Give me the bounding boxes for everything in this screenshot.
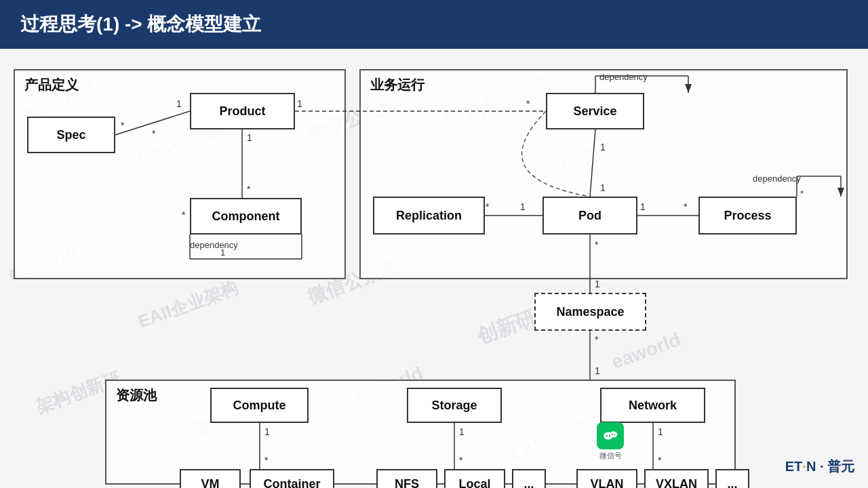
pod-box: Pod bbox=[542, 197, 637, 235]
service-box: Service bbox=[546, 93, 644, 129]
storage-box: Storage bbox=[407, 388, 502, 423]
logo-text: ET·N · 普元 bbox=[785, 459, 854, 474]
svg-point-50 bbox=[606, 435, 608, 436]
svg-point-52 bbox=[611, 434, 612, 435]
compute-box: Compute bbox=[210, 388, 309, 423]
container-box: Container bbox=[250, 469, 334, 488]
local-box: Local bbox=[444, 469, 505, 488]
vlan-box: VLAN bbox=[576, 469, 637, 488]
wechat-label: 微信号 bbox=[599, 451, 622, 461]
svg-point-51 bbox=[609, 435, 610, 436]
product-box: Product bbox=[190, 93, 295, 129]
vxlan-box: VXLAN bbox=[644, 469, 709, 488]
process-box: Process bbox=[698, 197, 797, 235]
wechat-area: 微信号 bbox=[597, 422, 624, 461]
replication-box: Replication bbox=[373, 197, 485, 235]
diagram: 产品定义 业务运行 资源池 Spec Product Component dep… bbox=[7, 56, 861, 481]
dependency-label-right: dependency bbox=[753, 174, 801, 184]
section-product-label: 产品定义 bbox=[24, 76, 79, 94]
svg-text:1: 1 bbox=[595, 365, 600, 376]
svg-point-49 bbox=[610, 432, 618, 438]
svg-text:*: * bbox=[595, 334, 599, 345]
dependency-label-1: dependency bbox=[190, 240, 238, 250]
network-box: Network bbox=[600, 388, 705, 423]
component-box: Component bbox=[190, 198, 302, 235]
logo: ET·N · 普元 bbox=[785, 458, 854, 476]
header: 过程思考(1) -> 概念模型建立 bbox=[0, 0, 868, 49]
dots1-box: ... bbox=[512, 469, 546, 488]
dots2-box: ... bbox=[715, 469, 749, 488]
section-business-label: 业务运行 bbox=[370, 76, 425, 94]
content: eaworld EAII企业架构 微信公众账号 创新研究院 eaworld EA… bbox=[0, 49, 868, 488]
section-product: 产品定义 bbox=[14, 69, 346, 279]
vm-box: VM bbox=[180, 469, 241, 488]
wechat-icon bbox=[597, 422, 624, 449]
spec-box: Spec bbox=[27, 117, 115, 153]
namespace-box: Namespace bbox=[534, 293, 646, 331]
nfs-box: NFS bbox=[376, 469, 437, 488]
page-title: 过程思考(1) -> 概念模型建立 bbox=[20, 12, 261, 37]
dependency-label-top: dependency bbox=[599, 72, 648, 82]
svg-text:1: 1 bbox=[595, 279, 600, 289]
svg-point-53 bbox=[614, 434, 615, 435]
section-resource-label: 资源池 bbox=[116, 386, 157, 405]
